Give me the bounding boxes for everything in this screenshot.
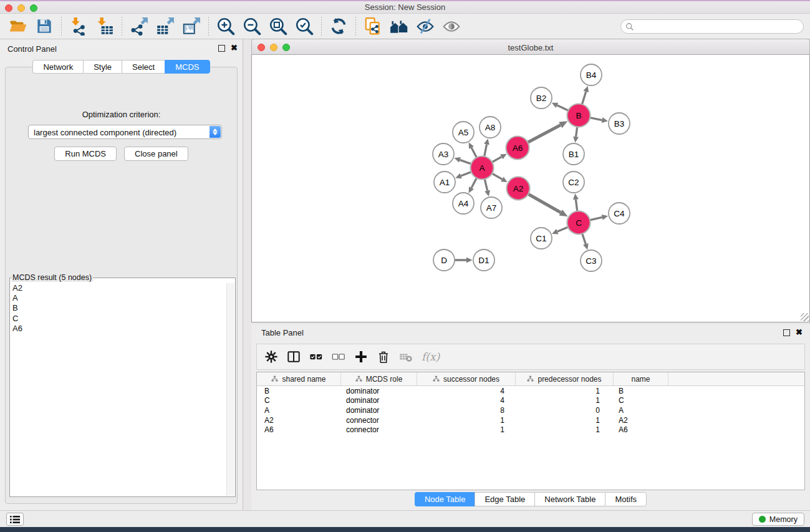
- zoom-out-icon[interactable]: [239, 16, 265, 37]
- graph-node-D[interactable]: D: [433, 249, 455, 271]
- mcds-result-item[interactable]: B: [11, 303, 234, 313]
- import-network-icon[interactable]: [65, 16, 92, 37]
- tab-select[interactable]: Select: [122, 60, 165, 74]
- table-row[interactable]: Cdominator41C: [257, 396, 804, 406]
- column-header-successor-nodes[interactable]: successor nodes: [417, 372, 516, 385]
- zoom-in-icon[interactable]: [213, 16, 239, 37]
- search-input[interactable]: [637, 21, 798, 32]
- table-row[interactable]: Bdominator41B: [257, 386, 804, 396]
- float-icon[interactable]: [783, 329, 790, 336]
- table-cell[interactable]: C: [257, 396, 341, 406]
- houses-icon[interactable]: [386, 16, 412, 37]
- close-icon[interactable]: ✖: [796, 327, 803, 337]
- tab-style[interactable]: Style: [83, 60, 122, 74]
- dropdown-stepper-icon[interactable]: [210, 126, 221, 138]
- graph-node-B1[interactable]: B1: [563, 143, 584, 165]
- table-row[interactable]: Adominator80A: [257, 405, 804, 415]
- delete-column-icon[interactable]: [374, 347, 393, 366]
- run-mcds-button[interactable]: Run MCDS: [54, 147, 117, 161]
- graph-node-B4[interactable]: B4: [581, 64, 602, 85]
- tab-network-table[interactable]: Network Table: [534, 492, 605, 506]
- clone-network-icon[interactable]: [360, 16, 386, 37]
- table-cell[interactable]: A6: [614, 425, 668, 435]
- tab-mcds[interactable]: MCDS: [165, 60, 210, 74]
- column-header-predecessor-nodes[interactable]: predecessor nodes: [516, 372, 614, 385]
- table-cell[interactable]: A: [257, 405, 341, 415]
- table-cell[interactable]: B: [614, 386, 668, 396]
- table-cell[interactable]: connector: [341, 415, 417, 425]
- table-cell[interactable]: 1: [516, 396, 614, 406]
- save-session-icon[interactable]: [31, 16, 57, 37]
- table-cell[interactable]: A6: [257, 425, 341, 435]
- zoom-selected-icon[interactable]: [291, 16, 317, 37]
- table-cell[interactable]: 1: [516, 415, 614, 425]
- table-cell[interactable]: 8: [417, 405, 516, 415]
- graph-node-C2[interactable]: C2: [563, 172, 584, 193]
- table-cell[interactable]: 1: [516, 425, 614, 435]
- tab-motifs[interactable]: Motifs: [605, 492, 647, 506]
- birds-eye-view-icon[interactable]: [438, 16, 465, 37]
- table-cell[interactable]: 1: [417, 425, 516, 435]
- mcds-result-item[interactable]: A: [11, 293, 234, 303]
- graph-node-A2[interactable]: A2: [507, 177, 530, 200]
- graph-node-A5[interactable]: A5: [453, 122, 474, 143]
- graph-node-A[interactable]: A: [471, 157, 494, 180]
- graph-node-D1[interactable]: D1: [473, 249, 494, 271]
- network-window-titlebar[interactable]: testGlobe.txt: [251, 39, 810, 55]
- hide-graphics-details-icon[interactable]: [412, 16, 438, 37]
- float-icon[interactable]: [218, 45, 225, 52]
- table-cell[interactable]: C: [614, 396, 668, 406]
- table-cell[interactable]: 0: [516, 405, 614, 415]
- table-cell[interactable]: 1: [417, 415, 516, 425]
- apply-preferred-layout-icon[interactable]: [325, 16, 352, 37]
- show-panels-button[interactable]: [6, 513, 24, 526]
- add-column-icon[interactable]: [352, 347, 370, 366]
- export-image-icon[interactable]: [178, 16, 205, 37]
- memory-button[interactable]: Memory: [752, 513, 804, 526]
- mcds-result-item[interactable]: C: [11, 314, 234, 324]
- open-session-icon[interactable]: [5, 16, 31, 37]
- table-cell[interactable]: A2: [257, 415, 341, 425]
- mcds-result-item[interactable]: A6: [11, 324, 234, 334]
- show-columns-icon[interactable]: [284, 347, 303, 366]
- mcds-result-scrollbar[interactable]: [226, 283, 234, 496]
- column-header-MCDS-role[interactable]: MCDS role: [341, 372, 417, 385]
- column-header-shared-name[interactable]: shared name: [257, 372, 341, 385]
- close-icon[interactable]: ✖: [231, 43, 238, 52]
- tab-edge-table[interactable]: Edge Table: [475, 492, 534, 506]
- graph-node-C4[interactable]: C4: [609, 203, 630, 224]
- graph-node-A6[interactable]: A6: [506, 137, 529, 160]
- import-table-icon[interactable]: [92, 16, 118, 37]
- select-all-checkboxes-icon[interactable]: [307, 347, 325, 366]
- mcds-result-item[interactable]: A2: [11, 283, 234, 293]
- graph-node-B[interactable]: B: [567, 104, 591, 127]
- zoom-fit-icon[interactable]: [265, 16, 291, 37]
- table-cell[interactable]: A: [614, 405, 668, 415]
- table-cell[interactable]: dominator: [341, 386, 417, 396]
- resize-grip-icon[interactable]: [801, 313, 809, 321]
- graph-node-B3[interactable]: B3: [609, 113, 630, 134]
- table-row[interactable]: A2connector11A2: [257, 415, 804, 425]
- graph-node-A8[interactable]: A8: [480, 117, 501, 138]
- graph-node-A3[interactable]: A3: [433, 143, 454, 165]
- tab-network[interactable]: Network: [32, 60, 83, 74]
- table-cell[interactable]: dominator: [341, 396, 417, 406]
- graph-node-C1[interactable]: C1: [531, 228, 552, 249]
- graph-node-A4[interactable]: A4: [453, 193, 474, 214]
- table-cell[interactable]: A2: [614, 415, 668, 425]
- table-cell[interactable]: 1: [516, 386, 614, 396]
- table-settings-gear-icon[interactable]: [262, 347, 281, 366]
- graph-node-A1[interactable]: A1: [434, 172, 455, 193]
- table-row[interactable]: A6connector11A6: [257, 425, 804, 435]
- table-cell[interactable]: dominator: [341, 405, 417, 415]
- tab-node-table[interactable]: Node Table: [415, 492, 475, 506]
- criterion-dropdown[interactable]: largest connected component (directed): [28, 125, 222, 139]
- graph-node-B2[interactable]: B2: [531, 87, 552, 109]
- table-cell[interactable]: 4: [417, 396, 516, 406]
- deselect-all-checkboxes-icon[interactable]: [329, 347, 348, 366]
- export-network-icon[interactable]: [126, 16, 152, 37]
- graph-node-A7[interactable]: A7: [481, 197, 502, 218]
- column-header-name[interactable]: name: [614, 372, 668, 385]
- graph-node-C3[interactable]: C3: [581, 250, 602, 271]
- graph-node-C[interactable]: C: [567, 211, 591, 235]
